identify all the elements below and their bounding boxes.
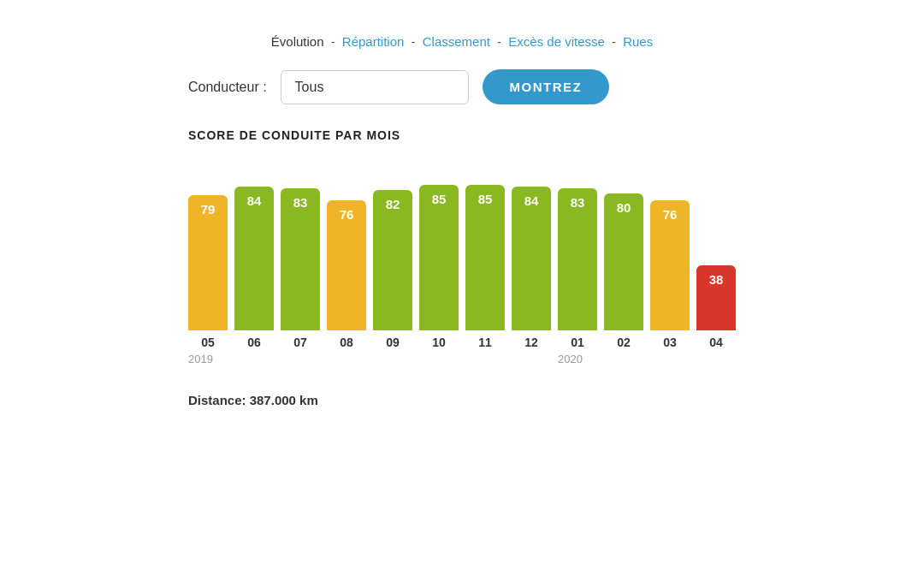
axis-label-11: 11 <box>465 336 505 349</box>
year-labels: 20192020 <box>188 353 736 365</box>
main-container: Évolution - Répartition - Classement - E… <box>163 17 761 425</box>
bar-06: 84 <box>234 187 274 330</box>
bar-score-02: 80 <box>617 200 631 215</box>
bar-score-06: 84 <box>247 193 262 208</box>
bar-08: 76 <box>327 200 366 330</box>
bar-05: 79 <box>188 195 228 330</box>
bar-04: 38 <box>696 265 736 330</box>
axis-label-10: 10 <box>419 336 459 349</box>
year-label-2020: 2020 <box>558 353 597 365</box>
axis-label-09: 09 <box>373 336 412 349</box>
bar-wrapper: 76 <box>327 200 366 330</box>
year-label-2019: 2019 <box>188 353 228 365</box>
bar-wrapper: 84 <box>512 187 551 330</box>
chart-title: SCORE DE CONDUITE PAR MOIS <box>188 128 736 142</box>
conductor-input[interactable] <box>281 70 469 104</box>
bar-score-10: 85 <box>432 192 447 206</box>
axis-label-03: 03 <box>650 336 690 349</box>
bar-wrapper: 85 <box>465 185 505 330</box>
bar-score-05: 79 <box>201 202 216 217</box>
bar-wrapper: 80 <box>604 193 643 330</box>
axis-label-04: 04 <box>696 336 736 349</box>
nav-links: Évolution - Répartition - Classement - E… <box>188 34 736 49</box>
axis-labels: 050607080910111201020304 <box>188 336 736 349</box>
bar-12: 84 <box>512 187 551 330</box>
bar-09: 82 <box>373 190 412 330</box>
bar-score-01: 83 <box>571 195 585 210</box>
axis-label-05: 05 <box>188 336 228 349</box>
nav-exces[interactable]: Excès de vitesse <box>508 34 605 49</box>
bar-score-09: 82 <box>386 197 400 211</box>
axis-label-12: 12 <box>512 336 551 349</box>
bar-03: 76 <box>650 200 690 330</box>
bar-score-08: 76 <box>340 207 354 222</box>
bar-wrapper: 83 <box>558 188 597 330</box>
nav-active: Évolution <box>271 34 324 49</box>
axis-label-07: 07 <box>281 336 320 349</box>
bar-wrapper: 84 <box>234 187 274 330</box>
bar-score-03: 76 <box>663 207 678 222</box>
bar-11: 85 <box>465 185 505 330</box>
nav-classement[interactable]: Classement <box>423 34 490 49</box>
bar-01: 83 <box>558 188 597 330</box>
bar-wrapper: 76 <box>650 200 690 330</box>
bar-score-04: 38 <box>709 272 724 287</box>
bar-wrapper: 79 <box>188 195 228 330</box>
axis-label-08: 08 <box>327 336 366 349</box>
bar-wrapper: 83 <box>281 188 320 330</box>
bar-wrapper: 38 <box>696 265 736 330</box>
distance-label: Distance: 387.000 km <box>188 393 318 407</box>
bar-wrapper: 82 <box>373 190 412 330</box>
bar-10: 85 <box>419 185 459 330</box>
bar-score-07: 83 <box>293 195 308 210</box>
bar-wrapper: 85 <box>419 185 459 330</box>
axis-label-02: 02 <box>604 336 643 349</box>
conductor-label: Conducteur : <box>188 80 267 95</box>
bars-container: 798483768285858483807638 <box>188 159 736 330</box>
axis-label-06: 06 <box>234 336 274 349</box>
bar-score-12: 84 <box>524 193 539 208</box>
nav-repartition[interactable]: Répartition <box>342 34 405 49</box>
bar-score-11: 85 <box>478 192 493 206</box>
montrez-button[interactable]: MONTREZ <box>483 69 610 104</box>
chart-area: 798483768285858483807638 050607080910111… <box>188 159 736 365</box>
bar-07: 83 <box>281 188 320 330</box>
conductor-row: Conducteur : MONTREZ <box>188 69 736 104</box>
bar-02: 80 <box>604 193 643 330</box>
nav-rues[interactable]: Rues <box>623 34 653 49</box>
axis-label-01: 01 <box>558 336 597 349</box>
distance-row: Distance: 387.000 km <box>188 393 736 407</box>
